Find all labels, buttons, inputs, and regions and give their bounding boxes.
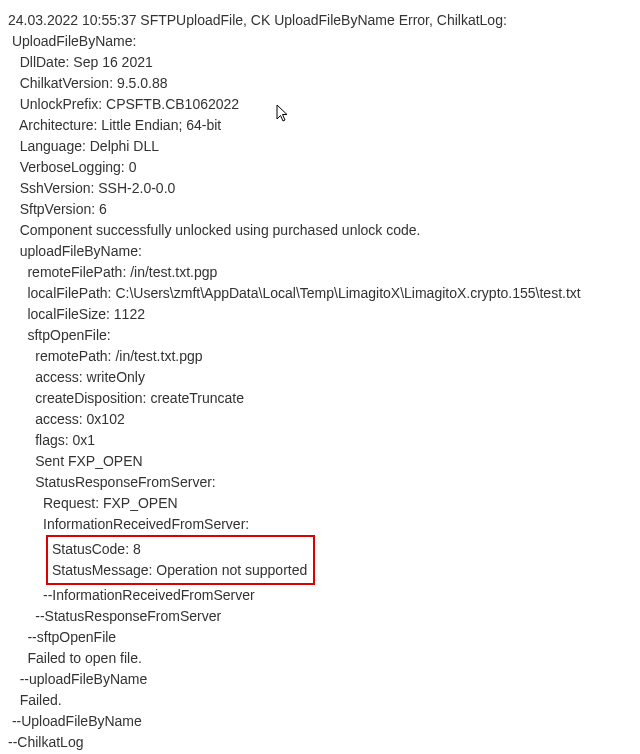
log-line: VerboseLogging: 0	[8, 157, 632, 178]
log-line: --UploadFileByName	[8, 711, 632, 732]
log-line: --sftpOpenFile	[8, 627, 632, 648]
error-highlight-box: StatusCode: 8 StatusMessage: Operation n…	[8, 535, 632, 585]
log-line: localFilePath: C:\Users\zmft\AppData\Loc…	[8, 283, 632, 304]
log-line: --uploadFileByName	[8, 669, 632, 690]
log-line: uploadFileByName:	[8, 241, 632, 262]
log-header: 24.03.2022 10:55:37 SFTPUploadFile, CK U…	[8, 10, 632, 31]
log-line: access: writeOnly	[8, 367, 632, 388]
log-line: Request: FXP_OPEN	[8, 493, 632, 514]
log-line: --StatusResponseFromServer	[8, 606, 632, 627]
log-line: SftpVersion: 6	[8, 199, 632, 220]
log-line: --ChilkatLog	[8, 732, 632, 753]
log-line: access: 0x102	[8, 409, 632, 430]
log-line: Component successfully unlocked using pu…	[8, 220, 632, 241]
log-line: UploadFileByName:	[8, 31, 632, 52]
status-code-line: StatusCode: 8	[52, 539, 307, 560]
log-line: InformationReceivedFromServer:	[8, 514, 632, 535]
log-line: Failed.	[8, 690, 632, 711]
log-line: ChilkatVersion: 9.5.0.88	[8, 73, 632, 94]
log-line: SshVersion: SSH-2.0-0.0	[8, 178, 632, 199]
log-line: StatusResponseFromServer:	[8, 472, 632, 493]
log-line: Sent FXP_OPEN	[8, 451, 632, 472]
log-output: 24.03.2022 10:55:37 SFTPUploadFile, CK U…	[8, 10, 632, 753]
log-line: sftpOpenFile:	[8, 325, 632, 346]
log-line: Language: Delphi DLL	[8, 136, 632, 157]
log-line: flags: 0x1	[8, 430, 632, 451]
log-line: Failed to open file.	[8, 648, 632, 669]
log-line: --InformationReceivedFromServer	[8, 585, 632, 606]
log-line: DllDate: Sep 16 2021	[8, 52, 632, 73]
log-line: localFileSize: 1122	[8, 304, 632, 325]
log-line: remotePath: /in/test.txt.pgp	[8, 346, 632, 367]
log-line: UnlockPrefix: CPSFTB.CB1062022	[8, 94, 632, 115]
log-line: remoteFilePath: /in/test.txt.pgp	[8, 262, 632, 283]
status-message-line: StatusMessage: Operation not supported	[52, 560, 307, 581]
log-line: Architecture: Little Endian; 64-bit	[8, 115, 632, 136]
log-line: createDisposition: createTruncate	[8, 388, 632, 409]
